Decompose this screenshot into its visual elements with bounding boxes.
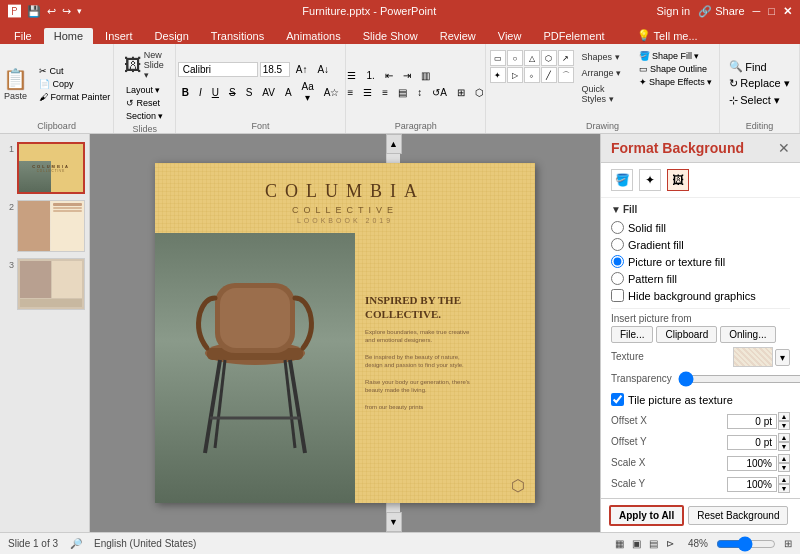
fp-scale-y-input[interactable]: [727, 477, 777, 492]
shape-item[interactable]: ⌒: [558, 67, 574, 83]
shape-item[interactable]: ↗: [558, 50, 574, 66]
fp-close-btn[interactable]: ✕: [778, 140, 790, 156]
increase-font-btn[interactable]: A↑: [292, 62, 312, 77]
fp-scale-y-up[interactable]: ▲: [778, 475, 790, 484]
scroll-down-btn[interactable]: ▼: [386, 512, 402, 532]
fp-picture-fill[interactable]: Picture or texture fill: [611, 253, 790, 270]
clear-format-button[interactable]: A☆: [320, 85, 344, 100]
pattern-fill-radio[interactable]: [611, 272, 624, 285]
quick-save[interactable]: 💾: [27, 5, 41, 18]
tile-picture-checkbox[interactable]: [611, 393, 624, 406]
slide-preview-2[interactable]: [17, 200, 85, 252]
fp-scale-x-up[interactable]: ▲: [778, 454, 790, 463]
select-button[interactable]: ⊹ Select ▾: [726, 93, 792, 108]
slide-preview-3[interactable]: [17, 258, 85, 310]
zoom-fit-btn[interactable]: ⊞: [784, 538, 792, 549]
share-button[interactable]: 🔗 Share: [698, 5, 744, 18]
zoom-slider[interactable]: [716, 538, 776, 550]
fp-offset-y-input[interactable]: [727, 435, 777, 450]
shape-item[interactable]: ▷: [507, 67, 523, 83]
fp-image-icon[interactable]: 🖼: [667, 169, 689, 191]
tab-slide-show[interactable]: Slide Show: [353, 28, 428, 44]
slide-thumb-3[interactable]: 3: [4, 258, 85, 310]
new-slide-button[interactable]: 🖼 NewSlide ▾: [120, 48, 170, 82]
shape-effects-button[interactable]: ✦ Shape Effects ▾: [636, 76, 715, 88]
shape-item[interactable]: ▭: [490, 50, 506, 66]
tab-animations[interactable]: Animations: [276, 28, 350, 44]
fp-tile-picture[interactable]: Tile picture as texture: [611, 391, 790, 408]
bullets-button[interactable]: ☰: [343, 68, 360, 83]
section-button[interactable]: Section ▾: [122, 110, 168, 122]
font-size-input[interactable]: [260, 62, 290, 77]
fp-transparency-slider[interactable]: [678, 373, 800, 385]
fp-effects-icon[interactable]: ✦: [639, 169, 661, 191]
tab-design[interactable]: Design: [145, 28, 199, 44]
slide-sorter-btn[interactable]: ▣: [632, 538, 641, 549]
shape-item[interactable]: ⬦: [524, 67, 540, 83]
increase-indent-btn[interactable]: ⇥: [399, 68, 415, 83]
slide-thumb-2[interactable]: 2: [4, 200, 85, 252]
fp-scale-x-down[interactable]: ▼: [778, 463, 790, 472]
shape-item[interactable]: ○: [507, 50, 523, 66]
paste-button[interactable]: 📋 Paste: [0, 65, 32, 103]
text-direction-btn[interactable]: ↺A: [428, 85, 451, 100]
shape-item[interactable]: ✦: [490, 67, 506, 83]
fp-solid-fill[interactable]: Solid fill: [611, 219, 790, 236]
tab-pdfelement[interactable]: PDFelement: [533, 28, 614, 44]
font-case-button[interactable]: Aa ▾: [298, 79, 318, 105]
fp-clipboard-btn[interactable]: Clipboard: [656, 326, 717, 343]
cut-button[interactable]: ✂ Cut: [35, 65, 114, 77]
fp-gradient-fill[interactable]: Gradient fill: [611, 236, 790, 253]
justify-btn[interactable]: ▤: [394, 85, 411, 100]
fp-scale-x-input[interactable]: [727, 456, 777, 471]
fp-file-btn[interactable]: File...: [611, 326, 653, 343]
char-spacing-button[interactable]: AV: [258, 85, 279, 100]
shape-fill-button[interactable]: 🪣 Shape Fill ▾: [636, 50, 715, 62]
solid-fill-radio[interactable]: [611, 221, 624, 234]
close-btn[interactable]: ✕: [783, 5, 792, 18]
column-btn[interactable]: ▥: [417, 68, 434, 83]
hide-graphics-checkbox[interactable]: [611, 289, 624, 302]
decrease-font-btn[interactable]: A↓: [313, 62, 333, 77]
gradient-fill-radio[interactable]: [611, 238, 624, 251]
fp-offset-x-up[interactable]: ▲: [778, 412, 790, 421]
shape-item[interactable]: △: [524, 50, 540, 66]
align-text-btn[interactable]: ⊞: [453, 85, 469, 100]
bold-button[interactable]: B: [178, 85, 193, 100]
format-painter-button[interactable]: 🖌 Format Painter: [35, 91, 114, 103]
underline-button[interactable]: U: [208, 85, 223, 100]
find-button[interactable]: 🔍 Find: [726, 59, 792, 74]
tab-transitions[interactable]: Transitions: [201, 28, 274, 44]
arrange-button[interactable]: Arrange ▾: [578, 66, 633, 80]
quick-undo[interactable]: ↩: [47, 5, 56, 18]
quick-redo[interactable]: ↪: [62, 5, 71, 18]
fp-fill-icon[interactable]: 🪣: [611, 169, 633, 191]
quick-customize[interactable]: ▾: [77, 6, 82, 16]
slide-preview-1[interactable]: COLUMBIA COLLECTIVE: [17, 142, 85, 194]
line-spacing-btn[interactable]: ↕: [413, 85, 426, 100]
sign-in-link[interactable]: Sign in: [656, 5, 690, 18]
quick-styles-button[interactable]: Quick Styles ▾: [578, 82, 633, 106]
slideshow-btn[interactable]: ⊳: [666, 538, 674, 549]
tab-file[interactable]: File: [4, 28, 42, 44]
fp-hide-graphics[interactable]: Hide background graphics: [611, 287, 790, 304]
numbering-button[interactable]: 1.: [362, 68, 378, 83]
tab-insert[interactable]: Insert: [95, 28, 143, 44]
shadow-button[interactable]: S: [242, 85, 257, 100]
align-right-btn[interactable]: ≡: [378, 85, 392, 100]
copy-button[interactable]: 📄 Copy: [35, 78, 114, 90]
fp-scale-y-down[interactable]: ▼: [778, 484, 790, 493]
shape-item[interactable]: ⬡: [541, 50, 557, 66]
fp-reset-btn[interactable]: Reset Background: [688, 506, 788, 525]
shape-outline-button[interactable]: ▭ Shape Outline: [636, 63, 715, 75]
slide-thumb-1[interactable]: 1 COLUMBIA COLLECTIVE: [4, 142, 85, 194]
fp-apply-all-btn[interactable]: Apply to All: [609, 505, 684, 526]
scroll-up-btn[interactable]: ▲: [386, 134, 402, 154]
fp-offset-y-up[interactable]: ▲: [778, 433, 790, 442]
fp-offset-x-input[interactable]: [727, 414, 777, 429]
strikethrough-button[interactable]: S: [225, 85, 240, 100]
tab-view[interactable]: View: [488, 28, 532, 44]
shapes-button[interactable]: Shapes ▾: [578, 50, 633, 64]
fp-texture-dropdown[interactable]: ▾: [775, 349, 790, 366]
reading-view-btn[interactable]: ▤: [649, 538, 658, 549]
